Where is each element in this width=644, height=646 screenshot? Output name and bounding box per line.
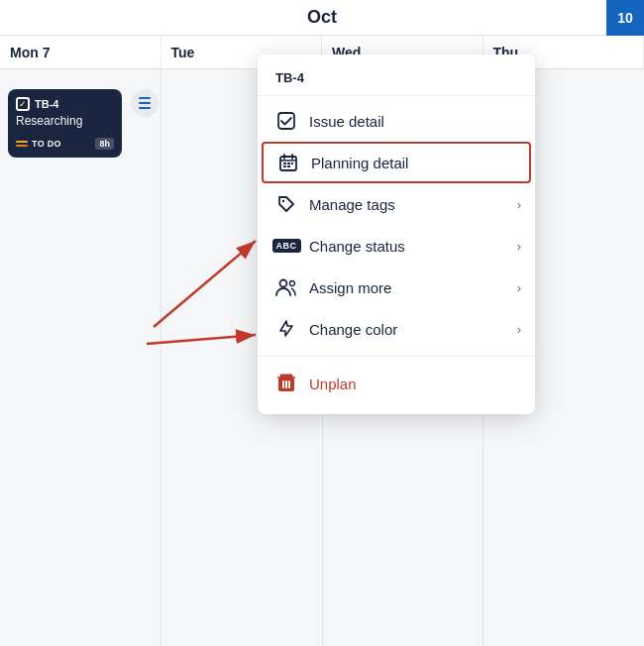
menu-divider: [258, 356, 535, 357]
change-status-chevron: ›: [517, 239, 521, 254]
change-color-label: Change color: [309, 321, 397, 338]
svg-rect-6: [287, 162, 290, 164]
svg-rect-5: [283, 162, 286, 164]
day-col-header-mon: Mon 7: [0, 36, 161, 68]
status-label: TO DO: [32, 139, 61, 149]
svg-rect-15: [285, 380, 287, 388]
svg-point-11: [280, 280, 287, 287]
menu-item-unplan[interactable]: Unplan: [258, 363, 535, 404]
month-label: Oct: [307, 7, 337, 28]
day-col-mon: ✓ TB-4 Researching TO DO 8h: [0, 69, 161, 646]
svg-rect-7: [291, 162, 293, 164]
trash-icon: [275, 373, 297, 394]
svg-rect-9: [287, 165, 290, 167]
menu-ticket-id: TB-4: [258, 64, 535, 96]
task-name: Researching: [16, 114, 114, 130]
svg-rect-14: [282, 380, 284, 388]
assign-more-chevron: ›: [517, 280, 521, 295]
menu-button[interactable]: [131, 89, 159, 117]
calendar-header: Oct 10: [0, 0, 644, 36]
menu-item-change-color[interactable]: Change color ›: [258, 308, 535, 350]
paint-icon: [275, 318, 297, 340]
calendar-icon: [277, 152, 299, 173]
svg-point-10: [282, 200, 284, 202]
status-lines: [16, 141, 28, 147]
task-time: 8h: [95, 138, 114, 150]
tag-icon: [275, 193, 297, 215]
menu-item-issue-detail[interactable]: Issue detail: [258, 100, 535, 142]
people-icon: [275, 276, 297, 298]
task-card[interactable]: ✓ TB-4 Researching TO DO 8h: [8, 89, 122, 158]
menu-item-change-status[interactable]: ABC Change status ›: [258, 225, 535, 267]
hamburger-icon: [139, 97, 151, 109]
change-status-label: Change status: [309, 238, 405, 255]
manage-tags-chevron: ›: [517, 197, 521, 212]
task-status: TO DO: [16, 139, 61, 149]
context-menu: TB-4 Issue detail Planning d: [258, 54, 535, 414]
task-checkbox: ✓: [16, 97, 30, 111]
planning-detail-label: Planning detail: [311, 155, 408, 171]
checkbox-icon: [275, 110, 297, 132]
issue-detail-label: Issue detail: [309, 113, 384, 130]
menu-item-assign-more[interactable]: Assign more ›: [258, 267, 535, 308]
abc-icon: ABC: [275, 235, 297, 257]
task-id: TB-4: [35, 98, 58, 110]
status-line-1: [16, 141, 28, 143]
svg-rect-8: [283, 165, 286, 167]
unplan-label: Unplan: [309, 376, 357, 392]
menu-item-planning-detail[interactable]: Planning detail: [262, 142, 531, 183]
manage-tags-label: Manage tags: [309, 196, 395, 213]
change-color-chevron: ›: [517, 322, 521, 337]
status-line-2: [16, 145, 28, 147]
task-footer: TO DO 8h: [16, 138, 114, 150]
svg-rect-16: [288, 380, 290, 388]
today-badge: 10: [606, 0, 644, 36]
menu-item-manage-tags[interactable]: Manage tags ›: [258, 183, 535, 225]
assign-more-label: Assign more: [309, 279, 391, 296]
task-card-header: ✓ TB-4: [16, 97, 114, 111]
svg-point-12: [290, 281, 295, 286]
